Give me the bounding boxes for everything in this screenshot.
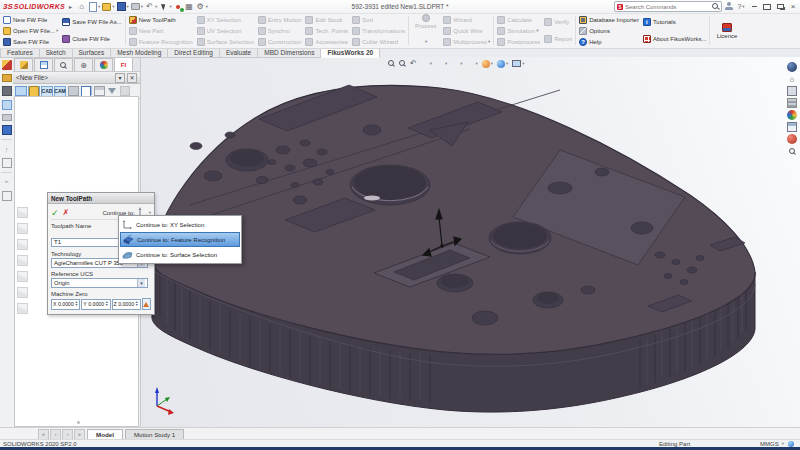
ribbon-simulation[interactable]: Simulation bbox=[497, 26, 540, 36]
table-icon[interactable] bbox=[2, 114, 12, 121]
ribbon-new-toolpath[interactable]: New ToolPath bbox=[129, 15, 193, 25]
cad-mode-button[interactable]: CAD bbox=[41, 86, 53, 97]
ribbon-xy-selection[interactable]: XY Selection bbox=[197, 15, 254, 25]
ribbon-postprocess[interactable]: Postprocess bbox=[497, 37, 540, 47]
help-button[interactable]: ? bbox=[736, 2, 746, 12]
ribbon-database-importer[interactable]: Database Importer bbox=[579, 15, 639, 25]
restore-button[interactable] bbox=[762, 2, 772, 12]
scroll-next-icon[interactable]: › bbox=[62, 429, 73, 440]
cards-button[interactable] bbox=[93, 86, 105, 97]
previous-view-icon[interactable]: ↶ bbox=[410, 59, 417, 68]
ribbon-help[interactable]: Help bbox=[579, 37, 639, 47]
home-view-icon[interactable]: ⌂ bbox=[787, 74, 797, 84]
panel-tab-target[interactable]: ⊕ bbox=[74, 58, 93, 71]
ribbon-wizard[interactable]: Wizard bbox=[443, 15, 490, 25]
panel-tab-fikus[interactable]: FI bbox=[114, 57, 133, 71]
ribbon-feature-recognition[interactable]: Feature Recognition bbox=[129, 37, 193, 47]
cube-ic on[interactable] bbox=[17, 255, 28, 266]
cube-icon[interactable] bbox=[17, 223, 28, 234]
tab-motion-study-1[interactable]: Motion Study 1 bbox=[125, 429, 184, 439]
marker-icon[interactable] bbox=[787, 134, 797, 144]
minimize-button[interactable] bbox=[749, 2, 759, 12]
ribbon-entry-motion[interactable]: Entry Motion bbox=[258, 15, 302, 25]
ribbon-options[interactable]: Options bbox=[579, 26, 639, 36]
section-view-icon[interactable] bbox=[421, 60, 432, 68]
cube-icon[interactable] bbox=[17, 271, 28, 282]
search-input[interactable] bbox=[625, 4, 710, 10]
undo-button[interactable]: ↶ bbox=[145, 2, 157, 11]
rebuild-button[interactable] bbox=[174, 2, 183, 11]
ribbon-new-part[interactable]: New Part bbox=[129, 26, 193, 36]
cam-mode-button[interactable]: CAM bbox=[54, 86, 66, 97]
filter-button[interactable] bbox=[106, 86, 118, 97]
link-icon[interactable]: ⌁ bbox=[2, 177, 12, 187]
scroll-prev-icon[interactable]: ‹ bbox=[50, 429, 61, 440]
measure-icon[interactable] bbox=[2, 191, 12, 201]
ribbon-multiprocess[interactable]: Multiprocess bbox=[443, 37, 490, 47]
ribbon-calculate[interactable]: Calculate bbox=[497, 15, 540, 25]
copy-button[interactable] bbox=[80, 86, 92, 97]
ok-check-icon[interactable]: ✓ bbox=[51, 208, 59, 218]
display-style-box-icon[interactable] bbox=[787, 86, 797, 96]
ribbon-accessories[interactable]: Accessories bbox=[305, 37, 348, 47]
panel-tab-table[interactable] bbox=[34, 58, 53, 71]
viewport-search-icon[interactable] bbox=[787, 146, 797, 156]
orientation-sphere-icon[interactable] bbox=[787, 62, 797, 72]
stock-icon[interactable] bbox=[2, 86, 12, 96]
appearance-wheel-icon[interactable] bbox=[787, 110, 797, 120]
ribbon-quick-wire[interactable]: Quick Wire bbox=[443, 26, 490, 36]
select-button[interactable] bbox=[159, 2, 171, 11]
cancel-x-icon[interactable]: ✗ bbox=[63, 208, 70, 217]
ribbon-tutorials[interactable]: Tutorials bbox=[643, 17, 707, 27]
ribbon-uv-selection[interactable]: UV Selection bbox=[197, 26, 254, 36]
import-icon[interactable] bbox=[2, 74, 12, 82]
cube-icon[interactable] bbox=[17, 287, 28, 298]
group-button[interactable] bbox=[67, 86, 79, 97]
ribbon-tech-points[interactable]: Tech. Points bbox=[305, 26, 348, 36]
home-button[interactable]: ⌂ bbox=[77, 2, 86, 11]
pane-icon[interactable] bbox=[787, 122, 797, 132]
zoom-area-icon[interactable] bbox=[399, 60, 406, 67]
save-button[interactable] bbox=[117, 2, 129, 11]
panel-tab-appearance[interactable] bbox=[94, 58, 113, 71]
tab-model[interactable]: Model bbox=[87, 429, 123, 439]
ribbon-save-fw-file[interactable]: Save FW File bbox=[3, 37, 58, 47]
ribbon-close-fw-file[interactable]: Close FW File bbox=[62, 34, 121, 44]
frame-icon[interactable] bbox=[2, 158, 12, 168]
view-orientation-icon[interactable] bbox=[436, 60, 447, 68]
pick-machine-zero-button[interactable] bbox=[142, 298, 152, 310]
units-selector[interactable]: MMGS bbox=[760, 441, 784, 447]
settings-button[interactable]: ⚙ bbox=[196, 2, 208, 11]
select-hand-button[interactable] bbox=[28, 86, 40, 97]
ribbon-new-fw-file[interactable]: New FW File bbox=[3, 15, 58, 25]
ribbon-report[interactable]: Report bbox=[544, 34, 572, 44]
reference-ucs-select[interactable]: Origin ▾ bbox=[51, 278, 148, 288]
z-zero-spinner[interactable]: Z 0.0000▲▼ bbox=[112, 299, 141, 310]
hide-show-items-icon[interactable] bbox=[467, 60, 478, 68]
print-button[interactable] bbox=[131, 2, 143, 11]
ribbon-save-fw-file-as[interactable]: Save FW File As... bbox=[62, 17, 121, 27]
cube-icon[interactable] bbox=[17, 303, 28, 314]
ribbon-collar-wizard[interactable]: Collar Wizard bbox=[352, 37, 405, 47]
apply-scene-icon[interactable] bbox=[497, 60, 508, 68]
view-settings-icon[interactable] bbox=[512, 60, 524, 67]
panel-tab-search[interactable] bbox=[54, 58, 73, 71]
cube-icon[interactable] bbox=[17, 239, 28, 250]
close-button[interactable] bbox=[788, 2, 798, 12]
cascade-windows-button[interactable] bbox=[775, 2, 785, 12]
display-style-icon[interactable] bbox=[451, 60, 462, 68]
y-zero-spinner[interactable]: Y 0.0000▲▼ bbox=[81, 299, 110, 310]
menu-expander-arrow[interactable]: ▸ bbox=[69, 3, 72, 10]
ribbon-synchro[interactable]: Synchro bbox=[258, 26, 302, 36]
process-caret[interactable] bbox=[424, 29, 427, 47]
menu-item-feature-recognition[interactable]: Continue to: Feature Recognition bbox=[120, 232, 240, 247]
fikus-tool-icon[interactable] bbox=[2, 60, 12, 70]
menu-item-xy-selection[interactable]: Continue to: XY Selection bbox=[120, 217, 240, 232]
edit-appearance-icon[interactable] bbox=[482, 60, 493, 68]
tree-icon[interactable] bbox=[2, 125, 12, 135]
search-icon[interactable] bbox=[712, 3, 719, 10]
ribbon-transformations[interactable]: Transformations bbox=[352, 26, 405, 36]
ribbon-licence[interactable]: Licence bbox=[717, 33, 738, 39]
view-monitor-button[interactable] bbox=[15, 86, 27, 97]
ribbon-edit-stock[interactable]: Edit Stock bbox=[305, 15, 348, 25]
